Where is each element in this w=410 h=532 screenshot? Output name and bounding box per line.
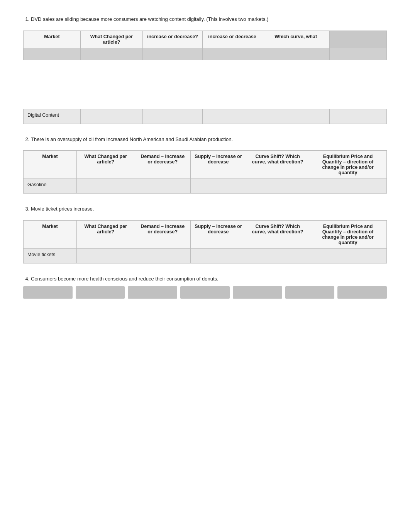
- cell-movie-demand: [135, 248, 190, 263]
- cell-inc1-empty: [143, 48, 203, 60]
- th-increase1-q1: increase or decrease?: [143, 31, 203, 48]
- th-increase2-q1: increase or decrease: [202, 31, 262, 48]
- question-1-text: DVD sales are sliding because more consu…: [31, 16, 268, 22]
- th-eq-q2: Equilibrium Price and Quantity – directi…: [309, 151, 387, 179]
- table-q3: Market What Changed per article? Demand …: [23, 220, 387, 263]
- table-q1-digital: Digital Content: [23, 109, 387, 124]
- cell-gasoline-demand: [135, 179, 190, 194]
- cell-curve-empty: [262, 48, 330, 60]
- cell-gasoline-market: Gasoline: [24, 179, 77, 194]
- bottom-bar-cell-4: [180, 286, 230, 299]
- cell-digital-market: Digital Content: [24, 109, 81, 124]
- cell-gasoline-curve: [246, 179, 309, 194]
- question-1: DVD sales are sliding because more consu…: [23, 15, 387, 124]
- cell-movie-market: Movie tickets: [24, 248, 77, 263]
- th-blurred-q1: [330, 31, 387, 48]
- question-2: There is an oversupply of oil from incre…: [23, 136, 387, 194]
- th-which-q1: Which curve, what: [262, 31, 330, 48]
- cell-movie-curve: [246, 248, 309, 263]
- cell-eq-empty: [330, 48, 387, 60]
- cell-digital-eq: [330, 109, 387, 124]
- table-q1: Market What Changed per article? increas…: [23, 31, 387, 60]
- cell-digital-curve: [262, 109, 330, 124]
- th-market-q2: Market: [24, 151, 77, 179]
- question-3-text: Movie ticket prices increase.: [31, 206, 94, 212]
- table-row-digital: Digital Content: [24, 109, 387, 124]
- bottom-bar-cell-3: [128, 286, 177, 299]
- bottom-bar-cell-5: [233, 286, 282, 299]
- bottom-bar-cell-6: [285, 286, 335, 299]
- cell-digital-inc2: [202, 109, 262, 124]
- th-supply-q3: Supply – increase or decrease: [190, 220, 246, 248]
- table-row: [24, 48, 387, 60]
- th-curve-q3: Curve Shift? Which curve, what direction…: [246, 220, 309, 248]
- question-3: Movie ticket prices increase. Market Wha…: [23, 205, 387, 263]
- cell-movie-supply: [190, 248, 246, 263]
- cell-what-empty: [80, 48, 142, 60]
- th-demand-q3: Demand – increase or decrease?: [135, 220, 190, 248]
- th-market-q1: Market: [24, 31, 81, 48]
- th-eq-q3: Equilibrium Price and Quantity – directi…: [309, 220, 387, 248]
- question-4-text: Consumers become more health conscious a…: [31, 276, 219, 282]
- cell-movie-eq: [309, 248, 387, 263]
- table-row-gasoline: Gasoline: [24, 179, 387, 194]
- table-row-movie: Movie tickets: [24, 248, 387, 263]
- bottom-bar-cell-2: [76, 286, 125, 299]
- question-2-text: There is an oversupply of oil from incre…: [31, 136, 233, 142]
- question-4: Consumers become more health conscious a…: [23, 275, 387, 299]
- cell-digital-inc1: [143, 109, 203, 124]
- cell-movie-what: [77, 248, 135, 263]
- cell-inc2-empty: [202, 48, 262, 60]
- bottom-bar-cell-7: [337, 286, 387, 299]
- cell-gasoline-supply: [190, 179, 246, 194]
- th-what-q1: What Changed per article?: [80, 31, 142, 48]
- th-what-q2: What Changed per article?: [77, 151, 135, 179]
- th-market-q3: Market: [24, 220, 77, 248]
- table-q2: Market What Changed per article? Demand …: [23, 150, 387, 194]
- bottom-bar-cell-1: [23, 286, 73, 299]
- cell-gasoline-what: [77, 179, 135, 194]
- th-curve-q2: Curve Shift? Which curve, what direction…: [246, 151, 309, 179]
- th-demand-q2: Demand – increase or decrease?: [135, 151, 190, 179]
- cell-gasoline-eq: [309, 179, 387, 194]
- th-what-q3: What Changed per article?: [77, 220, 135, 248]
- th-supply-q2: Supply – increase or decrease: [190, 151, 246, 179]
- cell-market-empty: [24, 48, 81, 60]
- cell-digital-what: [80, 109, 142, 124]
- bottom-bar-q4: [23, 286, 387, 299]
